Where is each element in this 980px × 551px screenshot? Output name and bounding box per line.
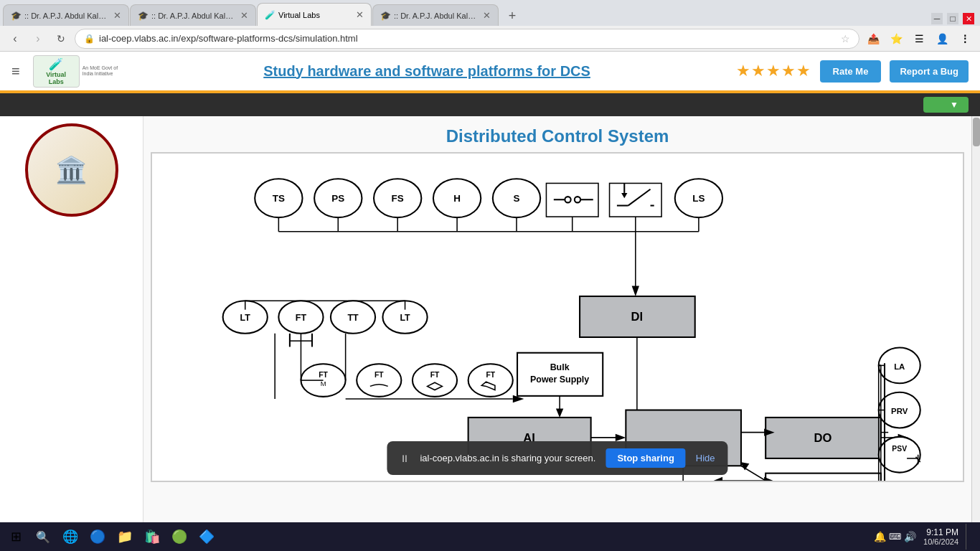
svg-text:LS: LS [692, 193, 705, 204]
url-bar[interactable]: 🔒 ial-coep.vlabs.ac.in/exp/software-plat… [75, 29, 859, 49]
sidebar-toggle[interactable]: ☰ [910, 29, 928, 48]
volume-icon[interactable]: 🔊 [904, 531, 916, 542]
svg-text:S: S [514, 193, 520, 204]
svg-text:FT: FT [486, 371, 495, 379]
taskbar-system-icons: 🔔 ⌨ 🔊 [874, 531, 916, 542]
star-rating: ★★★★★ [736, 62, 811, 80]
tab-3-title: Virtual Labs [278, 11, 353, 19]
tab-3-active[interactable]: 🧪 Virtual Labs ✕ [257, 3, 372, 26]
college-logo: 🏛️ [25, 123, 118, 217]
taskbar-edge[interactable]: 🔷 [194, 524, 220, 550]
taskbar-cortana[interactable]: 🌐 [57, 524, 83, 550]
profile-icon[interactable]: 👤 [933, 29, 951, 48]
show-desktop[interactable] [966, 524, 970, 550]
report-bug-button[interactable]: Report a Bug [890, 60, 969, 83]
page-scrollbar[interactable] [971, 116, 980, 534]
rate-me-button[interactable]: Rate Me [820, 60, 882, 83]
language-dropdown[interactable]: ▼ [923, 97, 969, 113]
svg-text:PSV: PSV [892, 445, 907, 453]
tab-1-title: :: Dr. A.P.J. Abdul Kalam Technica… [24, 11, 110, 20]
window-minimize[interactable]: ─ [931, 13, 943, 24]
window-close[interactable]: ✕ [963, 13, 974, 24]
address-bar: ‹ › ↻ 🔒 ial-coep.vlabs.ac.in/exp/softwar… [0, 26, 980, 52]
tab-4-title: :: Dr. A.P.J. Abdul Kalam Technica… [394, 11, 480, 20]
bookmark-icon[interactable]: ⭐ [887, 29, 905, 48]
svg-text:FT: FT [319, 371, 328, 379]
taskbar-time[interactable]: 9:11 PM 10/6/2024 [923, 527, 958, 546]
svg-text:M: M [321, 380, 326, 387]
tab-4[interactable]: 🎓 :: Dr. A.P.J. Abdul Kalam Technica… ✕ [372, 4, 499, 26]
svg-marker-88 [714, 477, 722, 481]
taskbar-right: 🔔 ⌨ 🔊 9:11 PM 10/6/2024 [874, 524, 977, 550]
svg-text:FS: FS [392, 193, 404, 204]
tab-3-close[interactable]: ✕ [356, 9, 364, 20]
browser-chrome: 🎓 :: Dr. A.P.J. Abdul Kalam Technica… ✕ … [0, 0, 980, 52]
start-button[interactable]: ⊞ [3, 524, 29, 550]
svg-text:DI: DI [631, 310, 644, 324]
svg-point-57 [468, 364, 513, 397]
dcs-diagram-svg: TS PS FS H S [152, 154, 963, 481]
pause-icon: ⏸ [400, 453, 410, 464]
svg-text:Bulk: Bulk [550, 362, 570, 372]
svg-text:PRV: PRV [891, 407, 908, 415]
svg-text:PS: PS [331, 193, 344, 204]
time-display: 9:11 PM [923, 527, 958, 537]
logo-subtitle: An MoE Govt of India Initiative [83, 65, 118, 77]
svg-text:LT: LT [400, 313, 410, 323]
svg-text:DO: DO [814, 431, 832, 445]
hide-link[interactable]: Hide [696, 453, 715, 463]
taskbar-store[interactable]: 🛍️ [139, 524, 165, 550]
svg-marker-69 [556, 408, 563, 417]
svg-text:FT: FT [374, 371, 384, 379]
hamburger-menu[interactable]: ≡ [11, 63, 20, 80]
svg-point-53 [357, 364, 401, 397]
tab-1-close[interactable]: ✕ [113, 10, 121, 21]
stop-sharing-button[interactable]: Stop sharing [606, 448, 685, 468]
taskbar-ie[interactable]: 🔵 [85, 524, 110, 550]
tab-2-close[interactable]: ✕ [240, 10, 248, 21]
window-controls: ─ □ ✕ [931, 13, 980, 26]
url-text: ial-coep.vlabs.ac.in/exp/software-platfo… [99, 33, 837, 44]
svg-rect-82 [765, 474, 881, 481]
tab-4-close[interactable]: ✕ [483, 10, 491, 21]
screen-share-message: ial-coep.vlabs.ac.in is sharing your scr… [420, 453, 595, 463]
lock-icon: 🔒 [84, 34, 95, 44]
svg-text:Power Supply: Power Supply [530, 375, 589, 385]
diagram-title: Distributed Control System [143, 116, 971, 152]
dropdown-chevron-icon: ▼ [950, 100, 958, 110]
scrollbar-thumb[interactable] [973, 118, 980, 146]
svg-text:H: H [453, 193, 461, 204]
keyboard-icon[interactable]: ⌨ [889, 532, 901, 542]
svg-text:FT: FT [296, 313, 307, 323]
taskbar-chrome[interactable]: 🟢 [166, 524, 192, 550]
logo-area: 🧪 Virtual Labs An MoE Govt of India Init… [33, 55, 118, 88]
new-tab-button[interactable]: + [502, 6, 522, 26]
extension-icon-1[interactable]: 📤 [864, 29, 882, 48]
tab-2[interactable]: 🎓 :: Dr. A.P.J. Abdul Kalam Technica… ✕ [130, 4, 256, 26]
taskbar-explorer[interactable]: 📁 [112, 524, 138, 550]
svg-text:LT: LT [240, 313, 251, 323]
page-header: ≡ 🧪 Virtual Labs An MoE Govt of India In… [0, 52, 980, 93]
nav-back[interactable]: ‹ [6, 29, 24, 48]
svg-marker-33 [632, 286, 639, 296]
svg-point-55 [413, 364, 457, 397]
svg-text:FT: FT [430, 371, 440, 379]
taskbar: ⊞ 🔍 🌐 🔵 📁 🛍️ 🟢 🔷 🔔 ⌨ 🔊 9:11 PM 10/6/2024 [0, 522, 980, 551]
left-panel: 🏛️ [0, 116, 143, 534]
date-display: 10/6/2024 [923, 537, 958, 546]
window-maximize[interactable]: □ [947, 13, 958, 24]
svg-text:TT: TT [347, 313, 359, 323]
nav-forward[interactable]: › [29, 29, 47, 48]
tab-1[interactable]: 🎓 :: Dr. A.P.J. Abdul Kalam Technica… ✕ [3, 4, 129, 26]
menu-icon[interactable]: ⋮ [956, 29, 974, 48]
nav-refresh[interactable]: ↻ [52, 29, 70, 48]
dropdown-text [933, 100, 946, 110]
notification-icon[interactable]: 🔔 [874, 531, 886, 542]
page: ≡ 🧪 Virtual Labs An MoE Govt of India In… [0, 52, 980, 534]
taskbar-search[interactable]: 🔍 [30, 524, 56, 550]
svg-text:TS: TS [273, 193, 285, 204]
main-content: Distributed Control System TS PS FS [143, 116, 971, 534]
screen-share-notification: ⏸ ial-coep.vlabs.ac.in is sharing your s… [387, 441, 727, 475]
star-icon[interactable]: ☆ [841, 33, 850, 44]
page-body: 🏛️ Distributed Control System TS PS FS [0, 116, 980, 534]
